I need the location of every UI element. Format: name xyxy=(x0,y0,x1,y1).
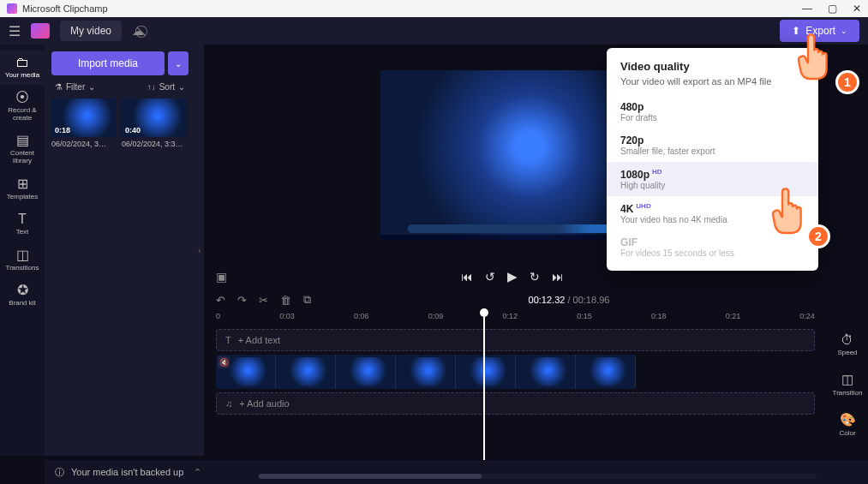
horizontal-scrollbar[interactable] xyxy=(259,474,817,479)
speed-tool[interactable]: ⏱ Speed xyxy=(837,332,857,356)
video-clip-frame[interactable] xyxy=(396,355,456,389)
rail-text[interactable]: T Text xyxy=(0,206,45,242)
ruler-tick: 0:06 xyxy=(354,312,369,327)
video-clip-frame[interactable]: 🔇 xyxy=(216,355,276,389)
transition-icon: ◫ xyxy=(841,372,853,387)
thumbnail-caption: 06/02/2024, 3:36… xyxy=(122,140,187,148)
ruler-tick: 0:15 xyxy=(577,312,592,327)
statusbar-message: Your media isn't backed up xyxy=(71,467,183,477)
rail-label: Your media xyxy=(5,72,39,80)
right-rail: ⏱ Speed ◫ Transition 🎨 Color xyxy=(827,45,868,456)
play-button[interactable]: ▶ xyxy=(507,269,518,284)
panel-collapse-button[interactable]: ‹ xyxy=(195,45,204,456)
popover-title: Video quality xyxy=(607,60,818,73)
templates-icon: ⊞ xyxy=(17,176,28,192)
video-clip-frame[interactable] xyxy=(456,355,516,389)
rail-content-library[interactable]: ▤ Content library xyxy=(0,127,45,170)
rail-label: Brand kit xyxy=(9,300,36,308)
thumbnail-caption: 06/02/2024, 3… xyxy=(51,140,117,148)
video-clip-frame[interactable] xyxy=(516,355,576,389)
transition-tool[interactable]: ◫ Transition xyxy=(833,372,863,397)
ruler-tick: 0:03 xyxy=(279,312,295,327)
palette-icon: 🎨 xyxy=(840,412,856,427)
import-options-button[interactable]: ⌄ xyxy=(168,51,189,75)
folder-icon: 🗀 xyxy=(15,55,29,70)
ruler-tick: 0:18 xyxy=(651,312,667,327)
step-back-icon[interactable]: ↺ xyxy=(485,270,495,284)
import-media-button[interactable]: Import media xyxy=(51,51,165,75)
rail-label: Content library xyxy=(0,150,45,165)
skip-start-icon[interactable]: ⏮ xyxy=(461,270,473,284)
timecode-display: 00:12.32 / 00:18.96 xyxy=(323,295,815,305)
chevron-down-icon: ⌄ xyxy=(841,27,847,35)
cloud-sync-off-icon[interactable]: ☁︎⃠ xyxy=(132,24,144,39)
ruler-tick: 0:21 xyxy=(726,312,741,327)
playhead[interactable] xyxy=(483,312,485,483)
app-logo-icon xyxy=(7,3,17,14)
speed-icon: ⏱ xyxy=(841,332,853,347)
media-thumbnail[interactable]: 0:40 06/02/2024, 3:36… xyxy=(122,99,187,148)
quality-option-720p[interactable]: 720p Smaller file, faster export xyxy=(607,128,818,162)
window-titlebar: Microsoft Clipchamp — ▢ ✕ xyxy=(0,0,868,17)
redo-button[interactable]: ↷ xyxy=(237,294,247,307)
rail-templates[interactable]: ⊞ Templates xyxy=(0,170,45,206)
annotation-hand-icon xyxy=(767,187,808,238)
statusbar[interactable]: ⓘ Your media isn't backed up ⌃ xyxy=(45,460,868,484)
delete-button[interactable]: 🗑 xyxy=(280,294,291,307)
music-icon: ♫ xyxy=(225,398,232,409)
chevron-down-icon: ⌄ xyxy=(175,59,182,69)
thumbnail-duration: 0:40 xyxy=(125,126,141,134)
video-clip-frame[interactable] xyxy=(576,355,636,389)
quality-option-480p[interactable]: 480p For drafts xyxy=(607,95,818,128)
project-name-field[interactable]: My video xyxy=(60,21,122,41)
timeline-ruler[interactable]: 0 0:03 0:06 0:09 0:12 0:15 0:18 0:21 0:2… xyxy=(204,312,827,327)
text-icon: T xyxy=(225,335,231,345)
text-icon: T xyxy=(18,212,27,227)
ruler-tick: 0:09 xyxy=(428,312,444,327)
split-button[interactable]: ✂ xyxy=(259,294,268,307)
annotation-badge-1: 1 xyxy=(835,70,859,94)
crop-tool-icon[interactable]: ▣ xyxy=(216,270,227,284)
duplicate-button[interactable]: ⧉ xyxy=(303,293,311,307)
left-rail: 🗀 Your media ⦿ Record & create ▤ Content… xyxy=(0,45,45,456)
undo-button[interactable]: ↶ xyxy=(216,294,225,307)
step-forward-icon[interactable]: ↻ xyxy=(530,270,540,284)
filter-icon: ⚗ xyxy=(55,82,63,92)
video-clip-frame[interactable] xyxy=(336,355,396,389)
video-track[interactable]: 🔇 xyxy=(216,355,815,389)
sort-button[interactable]: ↑↓ Sort ⌄ xyxy=(147,82,185,92)
add-text-track[interactable]: T + Add text xyxy=(216,329,815,351)
hamburger-menu-icon[interactable]: ☰ xyxy=(9,23,21,39)
camera-icon: ⦿ xyxy=(15,90,29,105)
mute-icon[interactable]: 🔇 xyxy=(218,356,230,368)
rail-record-create[interactable]: ⦿ Record & create xyxy=(0,85,45,128)
annotation-hand-icon xyxy=(793,33,834,84)
rail-label: Record & create xyxy=(0,107,45,122)
rail-your-media[interactable]: 🗀 Your media xyxy=(0,50,45,85)
transitions-icon: ◫ xyxy=(16,247,29,263)
media-panel: Import media ⌄ ⚗ Filter ⌄ ↑↓ Sort ⌄ 0:18… xyxy=(45,45,195,456)
close-button[interactable]: ✕ xyxy=(853,3,861,15)
rail-brand-kit[interactable]: ✪ Brand kit xyxy=(0,277,45,313)
video-clip-frame[interactable] xyxy=(276,355,336,389)
media-thumbnail[interactable]: 0:18 06/02/2024, 3… xyxy=(51,99,117,148)
minimize-button[interactable]: — xyxy=(802,3,812,15)
ruler-tick: 0 xyxy=(216,312,220,327)
chevron-down-icon: ⌄ xyxy=(178,82,185,92)
scrollbar-thumb[interactable] xyxy=(259,474,482,479)
ruler-tick: 0:24 xyxy=(799,312,815,327)
rail-transitions[interactable]: ◫ Transitions xyxy=(0,242,45,278)
timeline-toolbar: ↶ ↷ ✂ 🗑 ⧉ 00:12.32 / 00:18.96 xyxy=(204,288,827,312)
skip-end-icon[interactable]: ⏭ xyxy=(552,270,564,284)
brand-kit-icon: ✪ xyxy=(17,282,28,298)
filter-button[interactable]: ⚗ Filter ⌄ xyxy=(55,82,95,92)
thumbnail-duration: 0:18 xyxy=(55,126,70,134)
maximize-button[interactable]: ▢ xyxy=(828,3,837,15)
color-tool[interactable]: 🎨 Color xyxy=(839,412,855,437)
chevron-up-icon: ⌃ xyxy=(194,467,201,478)
sort-icon: ↑↓ xyxy=(147,82,156,92)
add-audio-track[interactable]: ♫ + Add audio xyxy=(216,392,815,415)
app-title: Microsoft Clipchamp xyxy=(22,3,108,14)
chevron-down-icon: ⌄ xyxy=(88,82,95,92)
popover-subtitle: Your video will export as an MP4 file xyxy=(607,73,818,95)
